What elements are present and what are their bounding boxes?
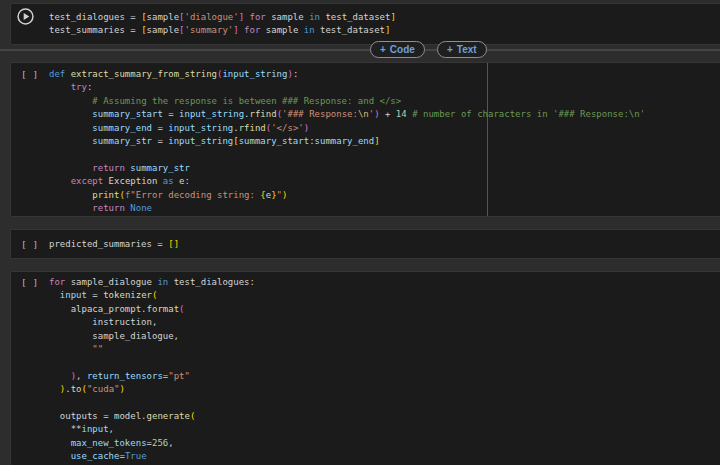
add-text-label: Text (457, 42, 477, 57)
code-line: outputs = model.generate( (49, 410, 720, 423)
code-line: except Exception as e: (49, 175, 720, 188)
code-line (49, 356, 720, 369)
code-line: test_dialogues = [sample['dialogue'] for… (49, 11, 720, 24)
code-line: for sample_dialogue in test_dialogues: (49, 276, 720, 289)
code-line: ), return_tensors="pt" (49, 370, 720, 383)
code-line: ).to("cuda") (49, 383, 720, 396)
code-cell-1[interactable]: test_dialogues = [sample['dialogue'] for… (10, 3, 720, 45)
code-line: summary_start = input_string.rfind('### … (49, 108, 720, 121)
code-line: test_summaries = [sample['summary'] for … (49, 24, 720, 37)
code-editor[interactable]: predicted_summaries = [] (49, 230, 720, 251)
code-line: summary_end = input_string.rfind('</s>') (49, 122, 720, 135)
code-line: input = tokenizer( (49, 289, 720, 302)
code-cell-4[interactable]: [ ] for sample_dialogue in test_dialogue… (10, 271, 720, 465)
divider-line (0, 49, 720, 51)
execution-count[interactable]: [ ] (21, 230, 49, 251)
code-line: "" (49, 343, 720, 356)
code-line: instruction, (49, 316, 720, 329)
code-line: sample_dialogue, (49, 330, 720, 343)
code-cell-3[interactable]: [ ] predicted_summaries = [] (10, 229, 720, 259)
cell-gutter: [ ] (11, 272, 49, 289)
code-line: use_cache=True (49, 450, 720, 463)
code-editor[interactable]: def extract_summary_from_string(input_st… (49, 63, 720, 215)
cell-gutter: [ ] (11, 63, 49, 81)
code-line: predicted_summaries = [] (49, 238, 720, 251)
cell-insertion-divider: + Code + Text (0, 41, 720, 59)
code-line: try: (49, 81, 720, 94)
code-line: def extract_summary_from_string(input_st… (49, 68, 720, 81)
code-line: alpaca_prompt.format( (49, 303, 720, 316)
play-circle-icon (17, 13, 34, 28)
execution-count[interactable]: [ ] (21, 63, 49, 81)
plus-icon: + (447, 42, 453, 57)
code-line (49, 397, 720, 410)
add-code-button[interactable]: + Code (370, 41, 425, 58)
execution-count[interactable]: [ ] (21, 272, 49, 289)
code-line: **input, (49, 423, 720, 436)
notebook: test_dialogues = [sample['dialogue'] for… (0, 0, 720, 465)
code-line: # Assuming the response is between ### R… (49, 95, 720, 108)
cell-gutter (11, 4, 49, 28)
cell-gutter: [ ] (11, 230, 49, 251)
code-line (49, 148, 720, 161)
plus-icon: + (380, 42, 386, 57)
code-editor[interactable]: test_dialogues = [sample['dialogue'] for… (49, 4, 720, 38)
code-line: print(f"Error decoding string: {e}") (49, 189, 720, 202)
code-line: summary_str = input_string[summary_start… (49, 135, 720, 148)
code-editor[interactable]: for sample_dialogue in test_dialogues: i… (49, 272, 720, 465)
code-cell-2[interactable]: [ ] def extract_summary_from_string(inpu… (10, 62, 720, 217)
add-text-button[interactable]: + Text (437, 41, 487, 58)
run-cell-button[interactable] (17, 8, 34, 28)
code-line: return None (49, 202, 720, 215)
code-line: return summary_str (49, 162, 720, 175)
code-line: max_new_tokens=256, (49, 437, 720, 450)
add-code-label: Code (390, 42, 415, 57)
